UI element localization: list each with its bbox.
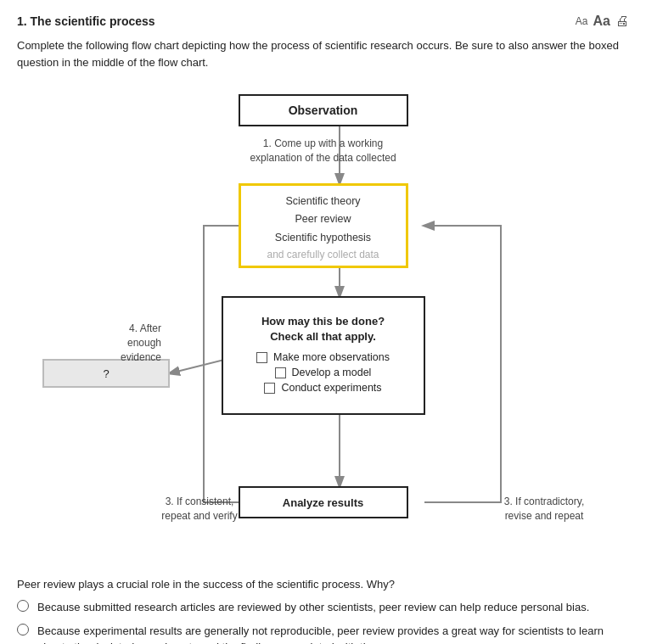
option-theory[interactable]: Scientific theory — [241, 193, 406, 210]
font-controls[interactable]: Aa Aa 🖨 — [576, 14, 629, 29]
observation-label: Observation — [289, 104, 358, 117]
flowchart: Observation 1. Come up with a workingexp… — [17, 86, 629, 561]
step1-text: 1. Come up with a workingexplanation of … — [250, 137, 396, 164]
consistent-annotation: 3. If consistent,repeat and verify — [144, 495, 255, 524]
step1-annotation: 1. Come up with a workingexplanation of … — [230, 137, 417, 165]
print-icon[interactable]: 🖨 — [615, 14, 629, 29]
observation-box: Observation — [239, 94, 408, 126]
checkbox-model[interactable]: Develop a model — [275, 367, 372, 378]
cb-experiments[interactable] — [264, 383, 275, 394]
cb-observations[interactable] — [256, 352, 267, 363]
font-large[interactable]: Aa — [593, 14, 610, 29]
question-label: ? — [103, 367, 109, 380]
consistent-text: 3. If consistent,repeat and verify — [161, 496, 237, 522]
radio-option-1[interactable]: Because submitted research articles are … — [17, 599, 629, 616]
hypothesis-options[interactable]: Scientific theory Peer review Scientific… — [241, 193, 406, 247]
cb-model[interactable] — [275, 367, 286, 378]
how-box: How may this be done?Check all that appl… — [222, 296, 425, 415]
step4-annotation: 4. Afterenoughevidence — [85, 322, 161, 364]
bottom-question: Peer review plays a crucial role in the … — [17, 578, 629, 591]
analyze-box: Analyze results — [239, 486, 408, 518]
cb-model-label: Develop a model — [292, 367, 372, 378]
option-peer[interactable]: Peer review — [241, 210, 406, 228]
radio-option-2[interactable]: Because experimental results are general… — [17, 623, 629, 645]
bottom-section: Peer review plays a crucial role in the … — [17, 578, 629, 644]
radio-circle-1[interactable] — [17, 600, 29, 612]
blurred-text: and carefully collect data — [241, 249, 406, 260]
cb-observations-label: Make more observations — [273, 351, 390, 363]
analyze-label: Analyze results — [283, 496, 363, 509]
instructions: Complete the following flow chart depict… — [17, 37, 629, 70]
radio-text-2: Because experimental results are general… — [37, 623, 629, 645]
cb-experiments-label: Conduct experiments — [281, 382, 381, 394]
radio-circle-2[interactable] — [17, 624, 29, 636]
how-title: How may this be done?Check all that appl… — [235, 314, 412, 344]
contradictory-text: 3. If contradictory,revise and repeat — [504, 496, 584, 522]
checkbox-observations[interactable]: Make more observations — [256, 351, 390, 363]
checkbox-experiments[interactable]: Conduct experiments — [264, 382, 381, 394]
header: 1. The scientific process Aa Aa 🖨 — [17, 14, 629, 29]
option-hypothesis[interactable]: Scientific hypothesis — [241, 229, 406, 247]
page-title: 1. The scientific process — [17, 14, 155, 28]
hypothesis-box[interactable]: Scientific theory Peer review Scientific… — [239, 183, 408, 268]
radio-text-1: Because submitted research articles are … — [37, 599, 589, 616]
contradictory-annotation: 3. If contradictory,revise and repeat — [485, 495, 604, 524]
font-small[interactable]: Aa — [576, 15, 588, 27]
step4-text: 4. Afterenoughevidence — [121, 322, 161, 363]
